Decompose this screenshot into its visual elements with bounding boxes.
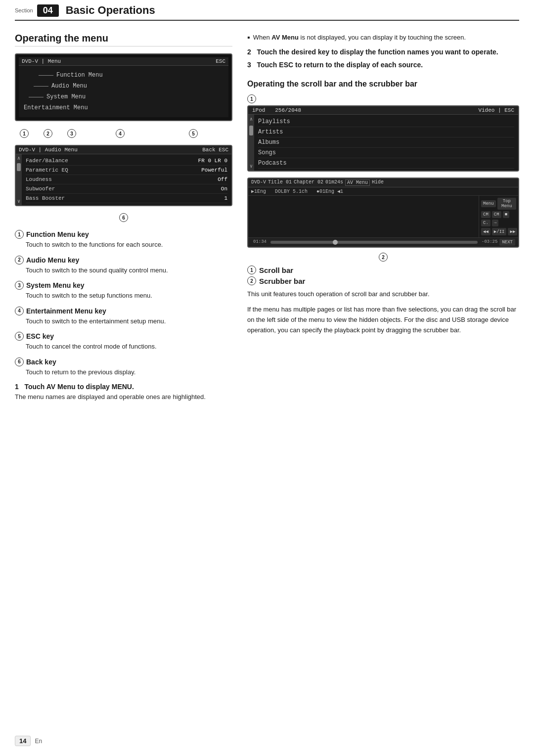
list-item-albums[interactable]: Albums xyxy=(258,137,514,148)
callout-dvd-2: 2 xyxy=(379,253,388,262)
step-1-title: 1 Touch AV Menu to display MENU. xyxy=(15,383,232,391)
scroll-para-2: If the menu has multiple pages or list h… xyxy=(247,305,519,335)
av-menu-text: When AV Menu is not displayed, you can d… xyxy=(253,33,466,43)
audio-row-eq[interactable]: Parametric EQ Powerful xyxy=(26,166,227,175)
section-label: Section xyxy=(15,7,33,13)
step-3-title: 3 Touch ESC to return to the display of … xyxy=(247,61,519,69)
ipod-scroll-bar[interactable]: ∧ ∨ xyxy=(248,115,254,171)
dvd-fwd-btn[interactable]: ▶▶ xyxy=(508,228,517,235)
ipod-scroll-up-icon[interactable]: ∧ xyxy=(250,115,253,124)
ipod-top-left: iPod 256/2048 xyxy=(252,107,301,113)
scrubber-bar-label: Scrubber bar xyxy=(259,277,305,285)
list-item-podcasts[interactable]: Podcasts xyxy=(258,158,514,169)
dvd-arrow-btn[interactable]: → xyxy=(492,220,498,226)
key-title-1: 1 Function Menu key xyxy=(15,230,232,239)
dvd-cm-btn[interactable]: CM xyxy=(481,211,490,218)
audio-label-fader: Fader/Balance xyxy=(26,158,68,164)
dvd-scrubber-bar[interactable] xyxy=(270,241,478,244)
page-number: 14 xyxy=(15,736,31,746)
dvd-main: Menu Top Menu CM CM ■ C. → ◀◀ ▶/II xyxy=(248,196,518,237)
dvd-menu-top-row: Menu Top Menu xyxy=(481,198,516,210)
callout-2: 2 xyxy=(44,129,52,138)
screen-top-bar-left-1: DVD-V | Menu xyxy=(22,58,61,64)
callout-4: 4 xyxy=(116,129,125,138)
key-desc-1: 1 Function Menu key Touch to switch to t… xyxy=(15,230,232,250)
key-title-2: 2 Audio Menu key xyxy=(15,256,232,265)
step-2-title: 2 Touch the desired key to display the f… xyxy=(247,48,519,56)
screen-menu-area-1: Function Menu Audio Menu System Menu Ent… xyxy=(19,66,228,117)
dvd-hide[interactable]: Hide xyxy=(372,179,384,186)
dvd-stop-btn[interactable]: ■ xyxy=(503,211,509,218)
key-title-4: 4 Entertainment Menu key xyxy=(15,307,232,315)
audio-row-fader[interactable]: Fader/Balance FR 0 LR 0 xyxy=(26,156,227,166)
audio-val-eq: Powerful xyxy=(201,167,227,173)
dvd-next-btn[interactable]: NEXT xyxy=(499,239,515,246)
menu-item-entertainment[interactable]: Entertainment Menu xyxy=(24,102,223,113)
step-2-block: 2 Touch the desired key to display the f… xyxy=(247,48,519,56)
key-desc-2: 2 Audio Menu key Touch to switch to the … xyxy=(15,256,232,275)
bullet-symbol: ▪ xyxy=(247,33,250,43)
dvd-elapsed-time: 01:34 xyxy=(251,239,268,246)
section-bar: Section 04 Basic Operations xyxy=(15,0,519,21)
dvd-top-btn[interactable]: Top Menu xyxy=(497,198,516,210)
dvd-cm2-btn[interactable]: CM xyxy=(492,211,501,218)
key-desc-3: 3 System Menu key Touch to switch to the… xyxy=(15,281,232,301)
key-desc-5: 5 ESC key Touch to cancel the control mo… xyxy=(15,332,232,352)
ipod-scroll-thumb[interactable] xyxy=(249,126,253,135)
ipod-scroll-down-icon[interactable]: ∨ xyxy=(250,162,253,171)
section-number: 04 xyxy=(37,4,59,17)
dvd-rew-btn[interactable]: ◀◀ xyxy=(481,228,490,235)
key-body-6: Touch to return to the previous display. xyxy=(15,367,232,377)
list-item-playlists[interactable]: Playlists xyxy=(258,117,514,127)
list-item-artists[interactable]: Artists xyxy=(258,127,514,137)
callout-row-dvd: 2 xyxy=(247,253,519,262)
dvd-playback-screen: DVD-V Title 01 Chapter 02 01m24s AV Menu… xyxy=(247,178,519,248)
dvd-play-pause-btn[interactable]: ▶/II xyxy=(492,228,507,235)
left-section-heading: Operating the menu xyxy=(15,33,232,46)
dvd-transport-row: ◀◀ ▶/II ▶▶ xyxy=(481,228,516,235)
audio-top-bar-right: Back ESC xyxy=(202,147,228,153)
callout-row-1: 1 2 3 4 5 xyxy=(15,128,232,145)
menu-item-function[interactable]: Function Menu xyxy=(24,70,223,81)
dvd-c-row: C. → xyxy=(481,220,516,226)
audio-scroll-bar[interactable]: ∧ ∨ xyxy=(16,154,22,205)
screen-top-bar-1: DVD-V | Menu ESC xyxy=(19,57,228,66)
ipod-list: Playlists Artists Albums Songs Podcasts xyxy=(254,115,518,171)
dvd-info-bar: ▶1Eng DOLBY 5.1ch ●01Eng ◀1 xyxy=(248,187,518,196)
audio-row-subwoofer[interactable]: Subwoofer On xyxy=(26,184,227,194)
callout-labels: 1 Scroll bar 2 Scrubber bar xyxy=(247,266,519,285)
ipod-top-right: Video | ESC xyxy=(478,107,514,113)
key-desc-6: 6 Back key Touch to return to the previo… xyxy=(15,357,232,377)
key-body-5: Touch to cancel the control mode of func… xyxy=(15,342,232,352)
menu-line-2 xyxy=(34,86,48,87)
audio-val-bass: 1 xyxy=(224,195,227,201)
step-1-block: 1 Touch AV Menu to display MENU. The men… xyxy=(15,383,232,402)
audio-label-bass: Bass Booster xyxy=(26,195,65,201)
dvd-content-area xyxy=(248,196,479,237)
menu-item-audio[interactable]: Audio Menu xyxy=(24,81,223,91)
right-column: ▪ When AV Menu is not displayed, you can… xyxy=(247,33,519,407)
page-content: Operating the menu DVD-V | Menu ESC Func… xyxy=(0,33,534,407)
list-item-songs[interactable]: Songs xyxy=(258,148,514,158)
dvd-scrubber-thumb[interactable] xyxy=(333,240,338,245)
key-num-1: 1 xyxy=(15,230,24,239)
audio-val-loudness: Off xyxy=(218,177,227,182)
audio-row-loudness[interactable]: Loudness Off xyxy=(26,175,227,184)
page-footer: 14 En xyxy=(15,736,42,746)
dvd-remaining-time: -03:25 xyxy=(480,239,499,246)
dvd-c-btn[interactable]: C. xyxy=(481,220,490,226)
menu-line-3 xyxy=(29,97,44,97)
dvd-menu-btn[interactable]: Menu xyxy=(481,200,496,207)
dvd-title: Title 01 xyxy=(268,179,292,186)
key-descriptions: 1 Function Menu key Touch to switch to t… xyxy=(15,230,232,377)
dvd-av-menu[interactable]: AV Menu xyxy=(345,179,370,186)
ipod-screen: iPod 256/2048 Video | ESC ∧ ∨ Playlists … xyxy=(247,105,519,172)
callout-row-ipod: 1 xyxy=(247,94,519,103)
key-desc-4: 4 Entertainment Menu key Touch to switch… xyxy=(15,307,232,326)
scrubber-bar-label-row: 2 Scrubber bar xyxy=(247,276,519,285)
audio-row-bass[interactable]: Bass Booster 1 xyxy=(26,194,227,203)
callout-scrubber-num: 2 xyxy=(247,276,256,285)
menu-item-system[interactable]: System Menu xyxy=(24,91,223,102)
audio-label-eq: Parametric EQ xyxy=(26,167,68,173)
key-num-4: 4 xyxy=(15,307,24,315)
